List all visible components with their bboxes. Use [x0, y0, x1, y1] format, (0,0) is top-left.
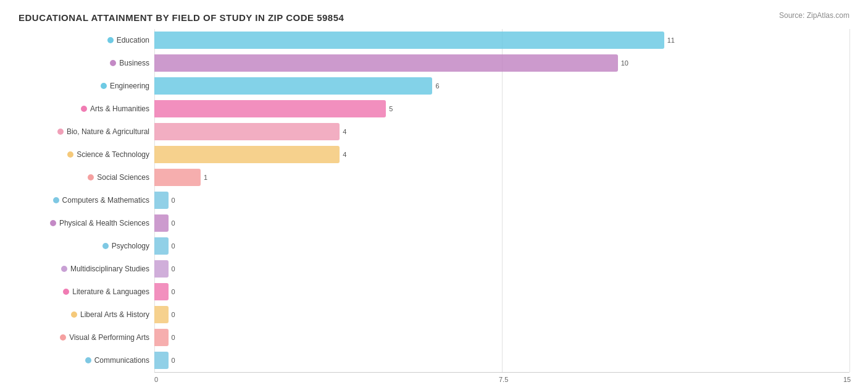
bar-label: Arts & Humanities: [19, 104, 154, 113]
bar-value-label: 0: [172, 265, 175, 273]
bar-value-label: 0: [172, 242, 175, 250]
x-axis-label: 0: [154, 376, 158, 383]
bar-track: 0: [154, 306, 849, 323]
bar-track: 0: [154, 192, 849, 209]
bar-track: 0: [154, 329, 849, 346]
bar-dot-icon: [88, 174, 94, 180]
bar-fill: [154, 306, 169, 323]
bar-dot-icon: [61, 266, 67, 272]
bar-label: Psychology: [19, 242, 154, 250]
bar-dot-icon: [101, 83, 107, 89]
bar-row: Physical & Health Sciences0: [19, 212, 849, 234]
bar-fill: [154, 237, 169, 255]
bar-label: Visual & Performing Arts: [19, 333, 154, 342]
bar-fill: [154, 283, 169, 300]
chart-title: EDUCATIONAL ATTAINMENT BY FIELD OF STUDY…: [19, 12, 849, 23]
bar-fill: [154, 192, 169, 209]
bar-label: Multidisciplinary Studies: [19, 265, 154, 273]
bar-value-label: 10: [621, 59, 628, 67]
bar-value-label: 0: [172, 288, 175, 295]
bar-label: Bio, Nature & Agricultural: [19, 127, 154, 136]
bar-value-label: 4: [343, 128, 346, 135]
bar-label: Computers & Mathematics: [19, 196, 154, 205]
bar-row: Visual & Performing Arts0: [19, 326, 849, 349]
bar-value-label: 5: [389, 105, 393, 112]
bar-track: 5: [154, 100, 849, 117]
bar-label: Physical & Health Sciences: [19, 219, 154, 227]
chart-source: Source: ZipAtlas.com: [779, 11, 849, 20]
bar-label: Engineering: [19, 82, 154, 90]
bar-dot-icon: [107, 37, 114, 43]
bar-track: 1: [154, 169, 849, 186]
bar-row: Literature & Languages0: [19, 281, 849, 303]
x-axis-label: 15: [843, 376, 851, 383]
bar-value-label: 0: [172, 197, 175, 204]
bar-track: 4: [154, 123, 849, 140]
bar-dot-icon: [102, 243, 109, 249]
bar-value-label: 0: [172, 219, 175, 227]
bar-dot-icon: [53, 197, 59, 203]
bar-row: Liberal Arts & History0: [19, 303, 849, 326]
chart-area: Education11Business10Engineering6Arts & …: [19, 29, 849, 345]
bar-value-label: 0: [172, 357, 175, 364]
bar-track: 0: [154, 214, 849, 232]
bar-dot-icon: [60, 334, 66, 341]
bar-track: 6: [154, 77, 849, 95]
bar-fill: [154, 214, 169, 232]
bar-dot-icon: [67, 151, 73, 158]
bar-row: Science & Technology4: [19, 143, 849, 166]
bar-dot-icon: [85, 357, 91, 363]
x-axis: 07.515: [154, 372, 849, 376]
bar-row: Psychology0: [19, 235, 849, 257]
bar-fill: [154, 54, 618, 72]
bar-row: Multidisciplinary Studies0: [19, 258, 849, 280]
bar-row: Arts & Humanities5: [19, 98, 849, 120]
bar-track: 4: [154, 146, 849, 163]
bar-dot-icon: [50, 220, 56, 226]
bar-value-label: 1: [204, 174, 207, 181]
bar-fill: [154, 260, 169, 278]
bar-track: 11: [154, 32, 849, 49]
bar-label: Business: [19, 59, 154, 67]
bar-row: Business10: [19, 52, 849, 74]
bar-dot-icon: [71, 312, 77, 318]
bar-dot-icon: [63, 289, 69, 295]
bar-row: Engineering6: [19, 75, 849, 97]
bar-fill: [154, 100, 386, 117]
bars-section: Education11Business10Engineering6Arts & …: [19, 29, 849, 372]
bar-fill: [154, 329, 169, 346]
bar-label: Liberal Arts & History: [19, 310, 154, 319]
bar-track: 0: [154, 352, 849, 369]
bar-track: 0: [154, 260, 849, 278]
bar-fill: [154, 169, 201, 186]
bar-value-label: 0: [172, 334, 175, 341]
bar-fill: [154, 123, 340, 140]
bar-row: Bio, Nature & Agricultural4: [19, 121, 849, 143]
bar-track: 10: [154, 54, 849, 72]
bar-value-label: 0: [172, 311, 175, 318]
bar-dot-icon: [81, 106, 87, 112]
bar-value-label: 4: [343, 151, 346, 158]
bar-dot-icon: [110, 60, 116, 66]
bar-value-label: 11: [667, 36, 675, 44]
bar-label: Education: [19, 36, 154, 45]
bar-fill: [154, 352, 169, 369]
x-axis-label: 7.5: [499, 376, 508, 383]
bar-fill: [154, 32, 664, 49]
bar-label: Social Sciences: [19, 173, 154, 182]
bar-label: Communications: [19, 356, 154, 365]
chart-container: EDUCATIONAL ATTAINMENT BY FIELD OF STUDY…: [0, 0, 868, 390]
bar-track: 0: [154, 283, 849, 300]
bar-value-label: 6: [435, 82, 439, 90]
bar-label: Science & Technology: [19, 150, 154, 159]
bar-row: Computers & Mathematics0: [19, 189, 849, 211]
bar-row: Communications0: [19, 349, 849, 371]
bar-row: Education11: [19, 29, 849, 51]
bar-fill: [154, 77, 432, 95]
bar-fill: [154, 146, 340, 163]
bar-dot-icon: [57, 129, 64, 135]
bar-row: Social Sciences1: [19, 166, 849, 189]
bar-label: Literature & Languages: [19, 287, 154, 296]
bar-track: 0: [154, 237, 849, 255]
